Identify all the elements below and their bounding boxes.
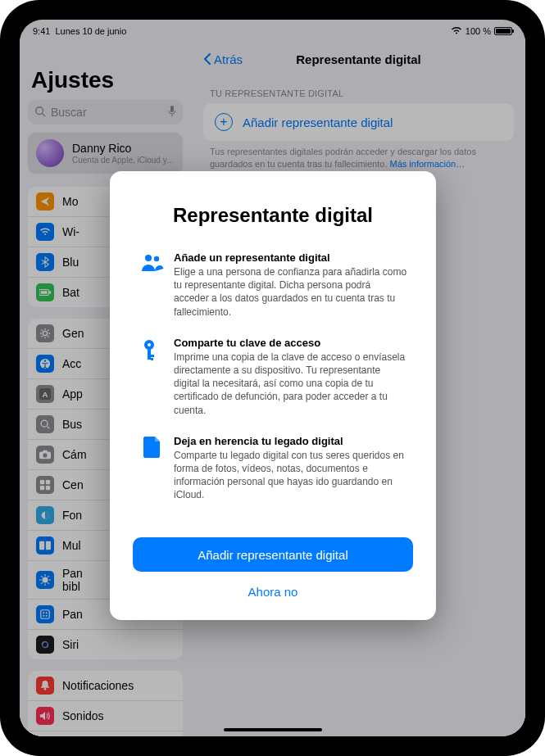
feature-body: Comparte tu legado digital con tus seres… — [174, 449, 408, 502]
people-icon — [138, 251, 167, 319]
feature-title: Deja en herencia tu legado digital — [174, 435, 408, 447]
svg-rect-37 — [148, 348, 151, 360]
svg-rect-38 — [151, 355, 154, 357]
sheet-title: Representante digital — [133, 204, 413, 227]
svg-point-33 — [145, 255, 152, 261]
feature-body: Imprime una copia de la clave de acceso … — [174, 351, 408, 417]
add-legacy-contact-button[interactable]: Añadir representante digital — [133, 537, 413, 572]
not-now-button[interactable]: Ahora no — [133, 580, 413, 604]
svg-rect-39 — [151, 358, 153, 360]
feature-list: Añade un representante digitalElige a un… — [133, 251, 413, 537]
screen: 9:41 Lunes 10 de junio 100 % Ajustes B — [20, 20, 525, 736]
feature-item: Deja en herencia tu legado digitalCompar… — [138, 435, 408, 502]
key-icon — [138, 337, 167, 417]
feature-item: Comparte tu clave de accesoImprime una c… — [138, 337, 408, 417]
legacy-contact-sheet: Representante digital Añade un represent… — [110, 171, 436, 620]
svg-point-36 — [148, 343, 151, 346]
feature-title: Comparte tu clave de acceso — [174, 337, 408, 349]
ipad-frame: 9:41 Lunes 10 de junio 100 % Ajustes B — [0, 0, 545, 756]
feature-item: Añade un representante digitalElige a un… — [138, 251, 408, 319]
feature-body: Elige a una persona de confianza para añ… — [174, 265, 408, 319]
feature-title: Añade un representante digital — [174, 251, 408, 264]
svg-point-34 — [154, 256, 159, 261]
home-indicator[interactable] — [224, 728, 322, 731]
document-icon — [138, 435, 167, 502]
